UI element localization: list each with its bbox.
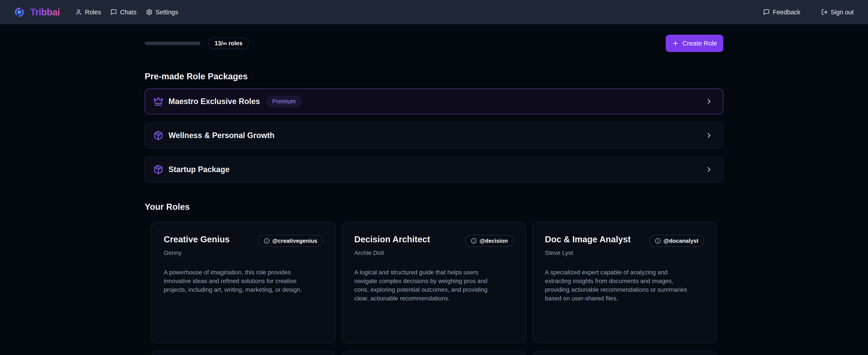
logo-icon bbox=[14, 7, 25, 17]
role-handle-badge[interactable]: @creativegenius bbox=[258, 235, 323, 247]
nav-item-label: Roles bbox=[85, 9, 101, 16]
feedback-label: Feedback bbox=[773, 9, 800, 16]
chat-bubble-icon bbox=[111, 9, 117, 16]
create-role-button[interactable]: Create Role bbox=[666, 35, 723, 52]
role-handle-badge[interactable]: @decision bbox=[465, 235, 514, 247]
role-title: Decision Architect bbox=[354, 234, 430, 244]
role-description: A logical and structured guide that help… bbox=[354, 268, 497, 303]
roles-progress-bar bbox=[145, 41, 200, 45]
app-header: Tribbai Roles Chats Settings bbox=[0, 0, 868, 24]
user-icon bbox=[75, 9, 82, 16]
package-icon bbox=[153, 130, 163, 141]
sign-out-label: Sign out bbox=[831, 9, 854, 16]
nav-item-chats[interactable]: Chats bbox=[111, 9, 136, 16]
chat-bubble-icon bbox=[763, 9, 770, 16]
nav-item-label: Chats bbox=[120, 9, 136, 16]
nav-item-settings[interactable]: Settings bbox=[146, 9, 178, 16]
package-row[interactable]: Maestro Exclusive Roles Premium bbox=[145, 88, 723, 114]
role-description: A powerhouse of imagination, this role p… bbox=[164, 268, 307, 294]
sign-out-button[interactable]: Sign out bbox=[821, 9, 854, 16]
your-roles-section-title: Your Roles bbox=[145, 202, 723, 212]
package-row[interactable]: Wellness & Personal Growth bbox=[145, 122, 723, 148]
role-card-header: Decision Architect @decision bbox=[354, 234, 514, 247]
package-icon bbox=[153, 165, 163, 175]
info-icon bbox=[655, 238, 661, 244]
sign-out-icon bbox=[821, 9, 828, 16]
create-role-label: Create Role bbox=[682, 40, 717, 47]
role-card[interactable] bbox=[151, 351, 336, 355]
brand-logo[interactable]: Tribbai bbox=[14, 7, 60, 18]
nav-item-roles[interactable]: Roles bbox=[75, 9, 101, 16]
chevron-right-icon bbox=[705, 131, 713, 139]
role-card-header: Doc & Image Analyst @docanalyst bbox=[545, 234, 704, 247]
chevron-right-icon bbox=[705, 166, 713, 173]
gear-icon bbox=[146, 9, 152, 16]
header-actions: Feedback Sign out bbox=[763, 9, 854, 16]
role-card[interactable]: Creative Genius @creativegenius Genny A … bbox=[151, 222, 336, 343]
main-nav: Roles Chats Settings bbox=[75, 9, 178, 16]
crown-icon bbox=[153, 96, 163, 107]
role-description: A specialized expert capable of analyzin… bbox=[545, 268, 688, 303]
role-card[interactable]: Decision Architect @decision Archie Doit… bbox=[342, 222, 526, 343]
role-card[interactable]: Doc & Image Analyst @docanalyst Steve Ly… bbox=[532, 222, 717, 343]
role-handle: @decision bbox=[479, 238, 508, 244]
role-subtitle: Genny bbox=[164, 249, 323, 256]
role-handle-badge[interactable]: @docanalyst bbox=[649, 235, 704, 247]
main-content: 13/∞ roles Create Role Pre-made Role Pac… bbox=[145, 35, 723, 355]
info-icon bbox=[471, 238, 477, 244]
plus-icon bbox=[672, 40, 679, 47]
role-card-header: Creative Genius @creativegenius bbox=[164, 234, 323, 247]
info-icon bbox=[264, 238, 270, 244]
chevron-right-icon bbox=[705, 97, 713, 105]
role-handle: @docanalyst bbox=[663, 238, 699, 244]
premium-badge: Premium bbox=[266, 96, 302, 107]
role-cards-grid: Creative Genius @creativegenius Genny A … bbox=[145, 222, 723, 355]
role-subtitle: Archie Doit bbox=[354, 249, 514, 256]
role-title: Doc & Image Analyst bbox=[545, 234, 631, 244]
package-name: Wellness & Personal Growth bbox=[168, 131, 274, 140]
nav-item-label: Settings bbox=[155, 9, 178, 16]
role-title: Creative Genius bbox=[164, 234, 230, 244]
roles-toolbar: 13/∞ roles Create Role bbox=[145, 35, 723, 52]
feedback-button[interactable]: Feedback bbox=[763, 9, 800, 16]
role-card[interactable] bbox=[532, 351, 717, 355]
brand-name: Tribbai bbox=[30, 7, 60, 18]
role-card[interactable] bbox=[342, 351, 526, 355]
package-row[interactable]: Startup Package bbox=[145, 156, 723, 182]
role-handle: @creativegenius bbox=[273, 238, 317, 244]
package-name: Startup Package bbox=[168, 165, 229, 174]
package-list: Maestro Exclusive Roles Premium Wellness… bbox=[145, 88, 723, 182]
packages-section-title: Pre-made Role Packages bbox=[145, 71, 723, 82]
role-subtitle: Steve Lyst bbox=[545, 249, 704, 256]
package-name: Maestro Exclusive Roles bbox=[168, 97, 260, 106]
roles-count-badge: 13/∞ roles bbox=[208, 38, 249, 49]
